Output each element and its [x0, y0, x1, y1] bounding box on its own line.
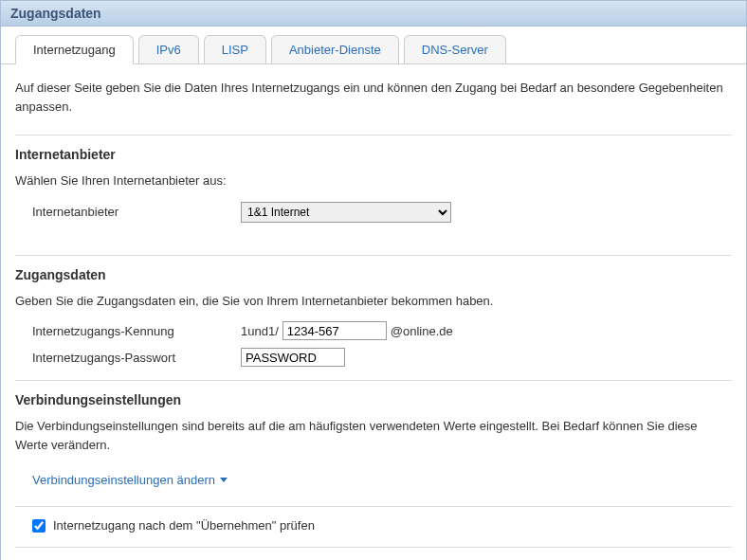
divider — [15, 255, 732, 256]
username-prefix: 1und1/ — [241, 324, 279, 338]
chevron-down-icon — [220, 478, 228, 482]
password-label: Internetzugangs-Passwort — [32, 351, 241, 365]
tab-dns-server[interactable]: DNS-Server — [404, 35, 506, 63]
main-panel: Auf dieser Seite geben Sie die Daten Ihr… — [1, 64, 746, 560]
tab-anbieter-dienste[interactable]: Anbieter-Dienste — [271, 35, 399, 63]
divider — [15, 380, 732, 381]
divider — [15, 506, 732, 507]
tab-internetzugang[interactable]: Internetzugang — [15, 35, 134, 64]
connection-desc: Die Verbindungseinstellungen sind bereit… — [15, 417, 732, 454]
username-row: Internetzugangs-Kennung 1und1/ @online.d… — [15, 321, 732, 340]
intro-text: Auf dieser Seite geben Sie die Daten Ihr… — [15, 79, 732, 116]
provider-desc: Wählen Sie Ihren Internetanbieter aus: — [15, 172, 732, 190]
check-after-apply-checkbox[interactable] — [32, 519, 46, 533]
tab-lisp[interactable]: LISP — [204, 35, 266, 63]
password-row: Internetzugangs-Passwort — [15, 348, 732, 367]
tab-ipv6[interactable]: IPv6 — [138, 35, 199, 63]
credentials-title: Zugangsdaten — [15, 267, 732, 282]
provider-title: Internetanbieter — [15, 147, 732, 162]
provider-select[interactable]: 1&1 Internet — [241, 202, 451, 223]
tab-bar: Internetzugang IPv6 LISP Anbieter-Dienst… — [1, 31, 746, 64]
username-input[interactable] — [282, 321, 387, 340]
divider — [15, 135, 732, 135]
username-suffix: @online.de — [391, 324, 453, 338]
toggle-label: Verbindungseinstellungen ändern — [32, 473, 215, 487]
provider-label: Internetanbieter — [32, 205, 241, 219]
username-label: Internetzugangs-Kennung — [32, 324, 241, 338]
window-title: Zugangsdaten — [1, 1, 746, 27]
check-after-apply-row: Internetzugang nach dem "Übernehmen" prü… — [15, 518, 732, 533]
password-input[interactable] — [241, 348, 345, 367]
connection-title: Verbindungseinstellungen — [15, 392, 732, 407]
config-window: Zugangsdaten Internetzugang IPv6 LISP An… — [0, 0, 747, 560]
check-after-apply-label: Internetzugang nach dem "Übernehmen" prü… — [53, 518, 315, 533]
provider-row: Internetanbieter 1&1 Internet — [15, 202, 732, 223]
divider — [15, 547, 732, 548]
connection-settings-toggle[interactable]: Verbindungseinstellungen ändern — [15, 473, 228, 487]
content: Internetzugang IPv6 LISP Anbieter-Dienst… — [1, 31, 746, 560]
credentials-desc: Geben Sie die Zugangsdaten ein, die Sie … — [15, 292, 732, 311]
